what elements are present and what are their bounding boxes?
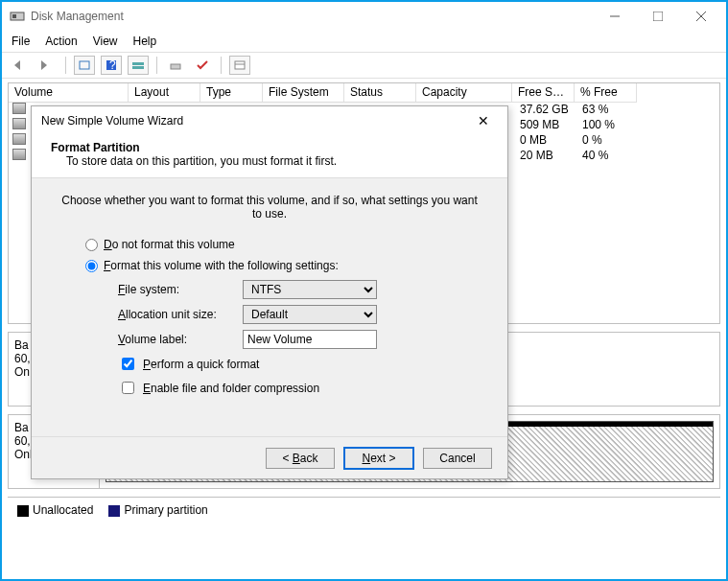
svg-rect-9 (132, 62, 144, 65)
legend-swatch-primary (108, 505, 120, 517)
svg-rect-6 (80, 61, 89, 69)
menu-file[interactable]: File (12, 35, 30, 48)
column-header[interactable]: % Free (575, 83, 637, 103)
radio-no-format[interactable]: Do not format this volume (85, 238, 479, 251)
svg-rect-12 (235, 61, 245, 69)
label-volume-label: Volume label: (118, 333, 243, 346)
column-header[interactable]: Layout (129, 83, 200, 103)
input-volume-label[interactable] (243, 330, 377, 349)
titlebar: Disk Management (2, 2, 726, 31)
help-icon[interactable]: ? (101, 56, 122, 75)
column-header[interactable]: Free Spa... (512, 83, 575, 103)
label-allocation-unit: Allocation unit size: (118, 308, 243, 321)
legend-swatch-unallocated (17, 505, 29, 517)
menubar: File Action View Help (2, 31, 726, 52)
column-header[interactable]: Capacity (416, 83, 512, 103)
wizard-dialog: New Simple Volume Wizard ✕ Format Partit… (31, 105, 508, 479)
checkbox-quick-format-input[interactable] (122, 358, 134, 370)
svg-text:?: ? (109, 58, 116, 72)
column-headers: VolumeLayoutTypeFile SystemStatusCapacit… (9, 83, 719, 103)
dialog-titlebar: New Simple Volume Wizard ✕ (32, 106, 507, 135)
toolbar-icon[interactable] (74, 56, 95, 75)
svg-rect-3 (653, 12, 663, 21)
svg-rect-11 (171, 64, 180, 69)
column-header[interactable]: File System (263, 83, 344, 103)
forward-button[interactable] (36, 56, 58, 75)
window-title: Disk Management (31, 10, 593, 23)
menu-view[interactable]: View (93, 35, 118, 48)
dialog-header: Format Partition To store data on this p… (32, 135, 507, 178)
toolbar-icon[interactable] (165, 56, 186, 75)
column-header[interactable]: Volume (9, 83, 129, 103)
radio-format[interactable]: Format this volume with the following se… (85, 259, 479, 272)
main-window: Disk Management File Action View Help ? … (0, 0, 728, 581)
svg-rect-1 (12, 14, 16, 18)
minimize-button[interactable] (593, 3, 636, 30)
dialog-subheading: To store data on this partition, you mus… (51, 154, 488, 168)
back-button[interactable]: < Back (266, 448, 335, 469)
dialog-title: New Simple Volume Wizard (41, 114, 469, 128)
menu-help[interactable]: Help (133, 35, 157, 48)
next-button[interactable]: Next > (344, 448, 413, 469)
column-header[interactable]: Type (200, 83, 263, 103)
toolbar: ? (2, 52, 726, 79)
column-header[interactable]: Status (344, 83, 416, 103)
label-file-system: File system: (118, 283, 243, 296)
checkbox-compression-input[interactable] (122, 382, 134, 394)
cancel-button[interactable]: Cancel (423, 448, 492, 469)
checkbox-quick-format[interactable]: Perform a quick format (118, 355, 479, 373)
checkbox-compression[interactable]: Enable file and folder compression (118, 379, 479, 397)
back-button[interactable] (10, 56, 31, 75)
dialog-close-button[interactable]: ✕ (469, 113, 498, 128)
toolbar-icon[interactable] (128, 56, 149, 75)
radio-no-format-input[interactable] (85, 239, 98, 251)
select-file-system[interactable]: NTFS (243, 280, 377, 299)
toolbar-icon[interactable] (192, 56, 213, 75)
select-allocation-unit[interactable]: Default (243, 305, 377, 324)
app-icon (10, 9, 25, 24)
toolbar-icon[interactable] (229, 56, 250, 75)
dialog-heading: Format Partition (51, 141, 488, 154)
radio-format-input[interactable] (85, 260, 98, 272)
maximize-button[interactable] (636, 3, 679, 30)
dialog-prompt: Choose whether you want to format this v… (60, 194, 479, 221)
close-button[interactable] (679, 3, 722, 30)
menu-action[interactable]: Action (45, 35, 77, 48)
legend: Unallocated Primary partition (8, 497, 720, 523)
svg-rect-10 (132, 66, 144, 69)
dialog-footer: < Back Next > Cancel (32, 436, 507, 478)
